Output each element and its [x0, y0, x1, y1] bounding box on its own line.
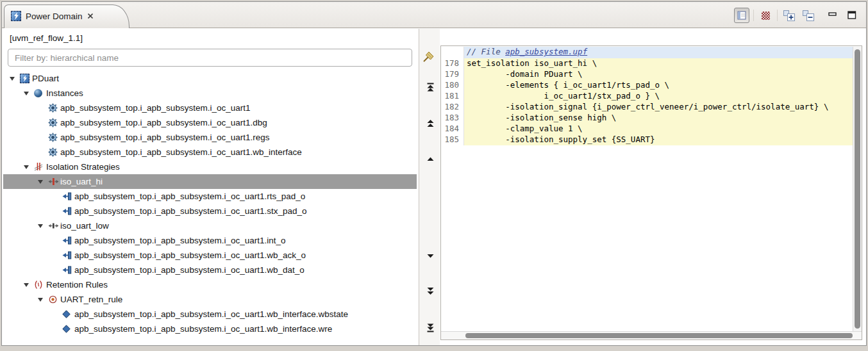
power-domain-view: Power Domain — [1, 1, 867, 346]
view-toolbar — [734, 6, 860, 24]
state-diamond-icon — [62, 325, 74, 333]
line-number: 184 — [441, 124, 464, 135]
line-text: -isolation_sense high \ — [464, 113, 853, 124]
power-domain-chip-icon — [20, 74, 32, 83]
module-icon — [48, 118, 60, 127]
tree-item-port[interactable]: apb_subsystem_top.i_apb_subsystem.i_oc_u… — [3, 204, 417, 218]
module-icon — [48, 133, 60, 142]
tree-item-retained-signal[interactable]: apb_subsystem_top.i_apb_subsystem.i_oc_u… — [3, 307, 417, 322]
tree-item-iso-uart-low[interactable]: iso_uart_low — [3, 218, 417, 233]
close-tab-icon[interactable] — [87, 13, 94, 19]
page-up-icon[interactable] — [424, 117, 437, 129]
retention-rule-icon — [48, 295, 60, 304]
module-icon — [48, 103, 60, 113]
line-text: -isolation_supply_set {SS_UART} — [464, 135, 853, 145]
retention-rules-icon — [34, 280, 46, 290]
tree-item-instance[interactable]: apb_subsystem_top.i_apb_subsystem.i_oc_u… — [3, 130, 417, 145]
collapse-all-icon[interactable] — [801, 8, 816, 23]
port-icon — [62, 266, 74, 274]
line-number: 183 — [441, 113, 464, 124]
tree-item-port[interactable]: apb_subsystem_top.i_apb_subsystem.i_oc_u… — [3, 248, 417, 263]
line-number: 181 — [441, 91, 464, 102]
line-text: -domain PDuart \ — [464, 69, 853, 80]
maximize-icon[interactable] — [844, 8, 860, 23]
tree-item-isolation-strategies[interactable]: Isolation Strategies — [3, 159, 417, 174]
page-down-icon[interactable] — [424, 285, 437, 297]
instances-icon — [34, 89, 46, 97]
port-icon — [62, 251, 74, 259]
tree-item-port[interactable]: apb_subsystem_top.i_apb_subsystem.i_oc_u… — [3, 189, 417, 204]
power-domain-icon — [11, 11, 21, 21]
horizontal-scrollbar-thumb[interactable] — [465, 333, 853, 338]
module-icon — [48, 147, 60, 157]
expander-icon[interactable] — [38, 298, 48, 302]
clear-filter-icon[interactable] — [421, 48, 437, 66]
scroll-to-top-icon[interactable] — [424, 81, 437, 93]
navigation-strip — [419, 29, 440, 345]
port-icon — [62, 236, 74, 245]
isolation-strategies-icon — [34, 162, 46, 172]
expander-icon[interactable] — [38, 224, 48, 228]
code-line: 183 -isolation_sense high \ — [441, 113, 853, 124]
pattern-filter-icon[interactable] — [758, 8, 773, 23]
scroll-to-bottom-icon[interactable] — [424, 322, 437, 334]
expander-icon[interactable] — [10, 77, 20, 81]
scroll-down-icon[interactable] — [424, 250, 437, 262]
line-number: 185 — [441, 135, 464, 145]
line-text: -elements { i_oc_uart1/rts_pad_o \ — [464, 80, 853, 91]
minimize-icon[interactable] — [825, 8, 840, 23]
filter-input[interactable] — [8, 49, 412, 67]
line-number: 182 — [441, 102, 464, 113]
upf-file-link[interactable]: apb_subsystem.upf — [505, 47, 587, 56]
line-text: -isolation_signal {i_power_ctrl_veneer/i… — [464, 102, 853, 113]
code-line: 178 set_isolation iso_uart_hi \ — [441, 58, 853, 69]
power-domain-tree: PDuart Instances apb_subsystem_top.i_apb… — [3, 71, 417, 343]
line-number: 178 — [441, 58, 464, 69]
tree-item-pduart[interactable]: PDuart — [3, 71, 417, 86]
upf-code-viewer: // File apb_subsystem.upf 178 set_isolat… — [440, 45, 862, 340]
state-diamond-icon — [62, 310, 74, 318]
isolation-strategy-low-icon — [48, 222, 60, 230]
tree-item-uart-retn-rule[interactable]: UART_retn_rule — [3, 292, 417, 307]
port-icon — [62, 207, 74, 215]
tree-item-instance[interactable]: apb_subsystem_top.i_apb_subsystem.i_oc_u… — [3, 115, 417, 130]
expander-icon[interactable] — [24, 92, 34, 95]
line-text: set_isolation iso_uart_hi \ — [464, 58, 853, 69]
scroll-up-icon[interactable] — [424, 153, 437, 165]
expander-icon[interactable] — [24, 165, 34, 169]
code-line: 182 -isolation_signal {i_power_ctrl_vene… — [441, 102, 853, 113]
toolbar-separator — [753, 10, 754, 21]
vertical-scrollbar-thumb[interactable] — [855, 49, 860, 329]
tab-power-domain[interactable]: Power Domain — [4, 4, 129, 28]
expander-icon[interactable] — [38, 180, 48, 184]
code-line: 181 i_oc_uart1/stx_pad_o } \ — [441, 91, 853, 102]
tree-item-instance[interactable]: apb_subsystem_top.i_apb_subsystem.i_oc_u… — [3, 101, 417, 115]
expander-icon[interactable] — [24, 283, 34, 287]
vertical-scrollbar[interactable] — [853, 47, 862, 331]
tree-item-iso-uart-hi[interactable]: iso_uart_hi — [3, 174, 417, 189]
line-text: -clamp_value 1 \ — [464, 124, 853, 135]
line-number: 180 — [441, 80, 464, 91]
tree-item-retained-signal[interactable]: apb_subsystem_top.i_apb_subsystem.i_oc_u… — [3, 322, 417, 336]
toolbar-separator — [777, 10, 778, 21]
code-line: 179 -domain PDuart \ — [441, 69, 853, 80]
tab-bar: Power Domain — [2, 2, 866, 28]
code-line: 184 -clamp_value 1 \ — [441, 124, 853, 135]
code-lines: // File apb_subsystem.upf 178 set_isolat… — [441, 47, 853, 145]
port-icon — [62, 192, 74, 200]
tree-item-instance[interactable]: apb_subsystem_top.i_apb_subsystem.i_oc_u… — [3, 145, 417, 159]
tree-item-port[interactable]: apb_subsystem_top.i_apb_subsystem.i_oc_u… — [3, 233, 417, 248]
line-text: i_oc_uart1/stx_pad_o } \ — [464, 91, 853, 102]
tree-item-instances[interactable]: Instances — [3, 86, 417, 101]
code-header-line: // File apb_subsystem.upf — [441, 47, 853, 58]
isolation-strategy-hi-icon — [48, 177, 60, 186]
tree-item-retention-rules[interactable]: Retention Rules — [3, 277, 417, 292]
tree-item-port[interactable]: apb_subsystem_top.i_apb_subsystem.i_oc_u… — [3, 263, 417, 277]
line-number: 179 — [441, 69, 464, 80]
power-domain-tree-panel: [uvm_ref_flow_1.1] PDuart Instances apb_… — [3, 29, 417, 345]
code-line: 180 -elements { i_oc_uart1/rts_pad_o \ — [441, 80, 853, 91]
horizontal-scrollbar[interactable] — [441, 331, 862, 339]
expand-all-icon[interactable] — [781, 8, 797, 23]
linked-view-toggle-icon[interactable] — [734, 8, 749, 23]
file-comment: // File — [467, 47, 505, 56]
